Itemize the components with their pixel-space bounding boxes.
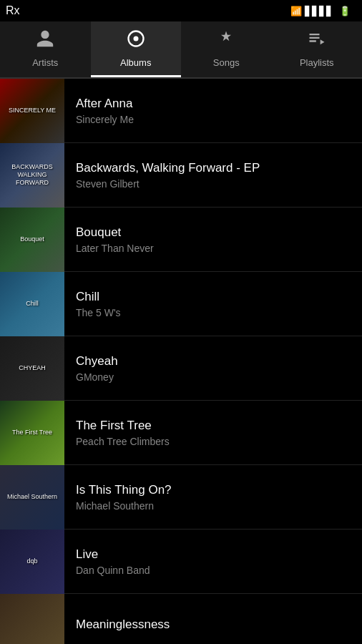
album-art: BACKWARDS WALKING FORWARD [0,143,64,208]
album-item[interactable]: CHYEAH Chyeah GMoney [0,336,362,401]
album-artist: Peach Tree Climbers [76,436,351,447]
album-title: After Anna [76,97,351,111]
status-bar: Rx 📶 ▋▋▋▋ 🔋 [0,0,362,21]
album-item[interactable]: Meaninglessness [0,594,362,644]
album-title: Is This Thing On? [76,483,351,497]
album-artist: Later Than Never [76,243,351,254]
album-art: dqb [0,530,64,594]
tab-playlists-label: Playlists [300,57,334,68]
album-info: The First Tree Peach Tree Climbers [64,419,362,447]
album-item[interactable]: Chill Chill The 5 W's [0,272,362,336]
album-info: Is This Thing On? Michael Southern [64,483,362,512]
album-artist: Steven Gilbert [76,178,351,190]
albums-icon [126,29,146,53]
wifi-icon: 📶 [290,6,302,16]
signal-icon: ▋▋▋▋ [305,6,333,16]
album-art-text: Chill [23,297,41,311]
album-artist: Dan Quinn Band [76,565,351,576]
album-title: Live [76,547,351,562]
album-art-text: The First Tree [9,426,55,439]
tab-artists-label: Artists [32,57,58,68]
album-art-text: CHYEAH [16,361,49,375]
album-list: SINCERELY ME After Anna Sincerely Me BAC… [0,79,362,644]
album-title: Backwards, Walking Forward - EP [76,161,351,175]
album-art: Michael Southern [0,465,64,530]
album-title: Chyeah [76,354,351,369]
album-info: After Anna Sincerely Me [64,97,362,125]
album-item[interactable]: Michael Southern Is This Thing On? Micha… [0,465,362,530]
playlists-icon [307,29,327,53]
status-bar-right: 📶 ▋▋▋▋ 🔋 [290,6,356,16]
album-art-text: BACKWARDS WALKING FORWARD [0,160,64,189]
album-title: Chill [76,290,351,304]
app-icon: Rx [6,4,20,17]
album-info: Chill The 5 W's [64,290,362,318]
tab-albums[interactable]: Albums [91,21,182,77]
album-artist: The 5 W's [76,307,351,318]
artists-icon [35,29,55,53]
album-art: The First Tree [0,401,64,465]
album-info: Live Dan Quinn Band [64,547,362,576]
album-title: Meaninglessness [76,618,351,632]
album-art: CHYEAH [0,336,64,401]
album-info: Backwards, Walking Forward - EP Steven G… [64,161,362,190]
album-item[interactable]: dqb Live Dan Quinn Band [0,530,362,594]
album-art-text: Michael Southern [4,490,60,504]
album-art-text: SINCERELY ME [6,104,59,117]
tab-playlists[interactable]: Playlists [272,21,363,77]
album-art: Chill [0,272,64,336]
album-art-text: dqb [24,555,40,568]
svg-point-1 [133,36,138,42]
album-art-text: Bouquet [17,233,47,246]
nav-tabs: Artists Albums Songs Playlists [0,21,362,79]
album-info: Chyeah GMoney [64,354,362,383]
album-title: Bouquet [76,225,351,240]
tab-albums-label: Albums [120,57,151,68]
album-artist: Sincerely Me [76,114,351,125]
album-art: SINCERELY ME [0,79,64,143]
album-artist: Michael Southern [76,500,351,512]
album-info: Bouquet Later Than Never [64,225,362,254]
album-info: Meaninglessness [64,618,362,635]
album-art: Bouquet [0,208,64,272]
tab-songs-label: Songs [213,57,240,68]
album-item[interactable]: BACKWARDS WALKING FORWARD Backwards, Wal… [0,143,362,208]
album-art [0,594,64,645]
status-bar-left: Rx [6,4,290,17]
album-item[interactable]: Bouquet Bouquet Later Than Never [0,208,362,272]
songs-icon [216,29,236,53]
album-artist: GMoney [76,371,351,383]
album-item[interactable]: SINCERELY ME After Anna Sincerely Me [0,79,362,143]
battery-icon: 🔋 [339,6,351,16]
album-item[interactable]: The First Tree The First Tree Peach Tree… [0,401,362,465]
album-title: The First Tree [76,419,351,433]
tab-songs[interactable]: Songs [181,21,272,77]
tab-artists[interactable]: Artists [0,21,91,77]
album-art-text [29,623,35,629]
